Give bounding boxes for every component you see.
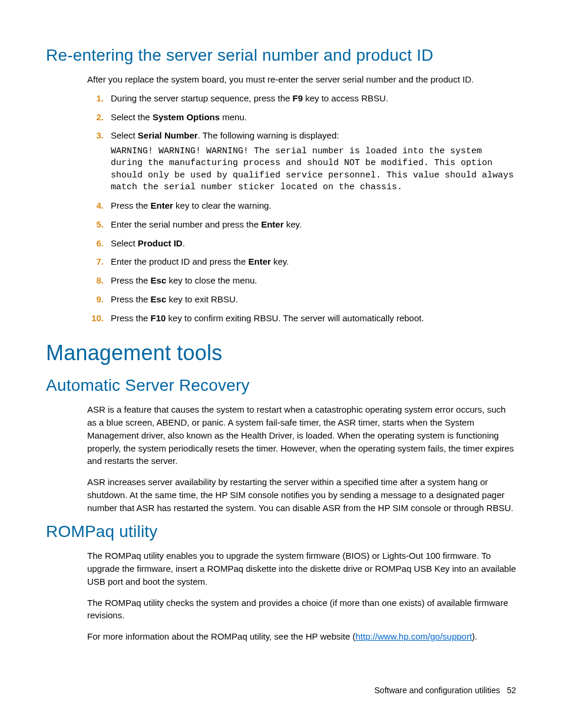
- step-7: 7.Enter the product ID and press the Ent…: [87, 255, 516, 268]
- heading-asr: Automatic Server Recovery: [46, 376, 516, 395]
- page-footer: Software and configuration utilities 52: [375, 686, 516, 695]
- asr-para-1: ASR is a feature that causes the system …: [87, 403, 516, 467]
- step-1: 1.During the server startup sequence, pr…: [87, 92, 516, 105]
- intro-text: After you replace the system board, you …: [87, 73, 516, 86]
- step-5: 5.Enter the serial number and press the …: [87, 218, 516, 231]
- heading-management-tools: Management tools: [46, 341, 516, 365]
- step-3: 3.Select Serial Number. The following wa…: [87, 129, 516, 193]
- rompaq-para-1: The ROMPaq utility enables you to upgrad…: [87, 549, 516, 588]
- asr-para-2: ASR increases server availability by res…: [87, 476, 516, 514]
- step-2: 2.Select the System Options menu.: [87, 111, 516, 124]
- rompaq-para-2: The ROMPaq utility checks the system and…: [87, 597, 516, 622]
- heading-reentering: Re-entering the server serial number and…: [46, 46, 516, 65]
- step-10: 10.Press the F10 key to confirm exiting …: [87, 312, 516, 325]
- step-6: 6.Select Product ID.: [87, 237, 516, 250]
- heading-rompaq: ROMPaq utility: [46, 522, 516, 541]
- rompaq-para-3: For more information about the ROMPaq ut…: [87, 630, 516, 643]
- steps-list: 1.During the server startup sequence, pr…: [87, 92, 516, 325]
- footer-label: Software and configuration utilities: [375, 686, 500, 695]
- step-8: 8.Press the Esc key to close the menu.: [87, 274, 516, 287]
- footer-page: 52: [507, 686, 516, 695]
- step-9: 9.Press the Esc key to exit RBSU.: [87, 293, 516, 306]
- warning-block: WARNING! WARNING! WARNING! The serial nu…: [111, 146, 516, 193]
- step-4: 4.Press the Enter key to clear the warni…: [87, 199, 516, 212]
- hp-support-link[interactable]: http://www.hp.com/go/support: [355, 631, 472, 641]
